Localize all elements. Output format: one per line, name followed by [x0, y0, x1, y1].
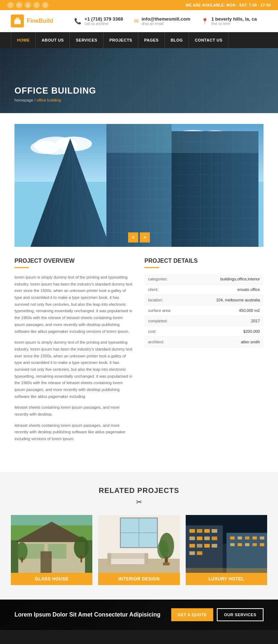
detail-row: surface area:450,000 m2	[144, 305, 264, 316]
detail-row: completed:2017	[144, 316, 264, 326]
location-icon: 📍	[201, 18, 208, 25]
overview-para-3: letraset sheets containing lorem ipsum p…	[14, 404, 134, 417]
svg-rect-91	[197, 536, 202, 540]
top-bar: f in g t p WE ARE AVAILABLE: MON - SAT: …	[0, 0, 278, 10]
project-card-luxury-hotel[interactable]: LUXURY HOTEL	[186, 515, 267, 585]
social-icons: f in g t p	[7, 2, 49, 8]
svg-rect-99	[197, 551, 202, 555]
email-icon: ✉	[134, 18, 139, 25]
detail-row: location:104, melbourne australia	[144, 295, 264, 305]
svg-rect-98	[189, 551, 195, 555]
pinterest-icon[interactable]: p	[42, 2, 49, 8]
svg-rect-97	[211, 544, 217, 548]
detail-label: cost:	[148, 329, 156, 334]
svg-rect-65	[81, 555, 82, 562]
overview-para-4: letraset sheets containing lorem ipsum p…	[14, 422, 134, 442]
svg-rect-90	[189, 536, 195, 540]
header-contacts: 📞 +1 (718) 379 3368 call us anytime ✉ in…	[64, 16, 267, 26]
glass-house-label: GLASS HOUSE	[11, 573, 92, 585]
svg-rect-111	[186, 568, 267, 572]
svg-rect-101	[230, 536, 235, 539]
detail-row: client:envato office	[144, 284, 264, 295]
svg-rect-86	[189, 529, 195, 533]
svg-rect-2	[16, 17, 18, 19]
nav-about[interactable]: ABOUT US	[36, 32, 70, 48]
email-address: info@themesmill.com	[142, 16, 190, 22]
nav-projects[interactable]: PROJECTS	[104, 32, 138, 48]
svg-rect-55	[172, 131, 258, 153]
svg-rect-94	[189, 544, 195, 548]
detail-value: buildings,office,interior	[220, 277, 260, 281]
overview-title: PROJECT OVERVIEW	[14, 258, 134, 264]
svg-rect-89	[211, 529, 217, 533]
svg-rect-78	[144, 553, 148, 564]
header: FineBuild 📞 +1 (718) 379 3368 call us an…	[0, 10, 278, 32]
logo-text: FineBuild	[27, 18, 53, 24]
svg-rect-95	[197, 544, 202, 548]
related-section: RELATED PROJECTS ✂	[0, 472, 278, 600]
nav-pages[interactable]: PAGES	[138, 32, 165, 48]
svg-rect-107	[237, 543, 242, 546]
svg-rect-92	[204, 536, 210, 540]
detail-value: $200,000	[243, 329, 260, 334]
phone-contact: 📞 +1 (718) 379 3368 call us anytime	[74, 16, 123, 26]
project-info-grid: PROJECT OVERVIEW lorem ipsum is simply d…	[14, 258, 264, 447]
hero-banner: OFFICE BUILDING homepage / office buildi…	[0, 48, 278, 113]
detail-value: 104, melbourne australia	[216, 298, 260, 302]
location-sub: find us here	[211, 22, 257, 26]
svg-rect-108	[245, 543, 249, 546]
project-slider: < >	[14, 124, 264, 247]
twitter-icon[interactable]: t	[33, 2, 40, 8]
detail-row: categories:buildings,office,interior	[144, 274, 264, 284]
svg-rect-67	[21, 557, 23, 562]
svg-rect-54	[106, 124, 172, 153]
get-quote-button[interactable]: GET A QUOTE	[171, 608, 213, 621]
googleplus-icon[interactable]: g	[25, 2, 31, 8]
phone-sub: call us anytime	[84, 22, 123, 26]
breadcrumb: homepage / office building	[14, 98, 264, 102]
location-address: 1 beverly hills, la, ca	[211, 16, 257, 22]
cta-banner: Lorem Ipsum Dolor Sit Amet Consectetur A…	[0, 600, 278, 630]
logo[interactable]: FineBuild	[11, 14, 53, 27]
overview-para-2: lorem ipsum is simply dummy text of the …	[14, 339, 134, 400]
svg-rect-76	[108, 553, 148, 558]
slider-next[interactable]: >	[140, 232, 150, 242]
cta-text: Lorem Ipsum Dolor Sit Amet Consectetur A…	[14, 611, 160, 618]
linkedin-icon[interactable]: in	[16, 2, 22, 8]
logo-icon	[11, 14, 24, 27]
breadcrumb-home[interactable]: homepage	[14, 98, 33, 102]
our-services-button[interactable]: OUR SERVICES	[217, 608, 264, 621]
page-title: OFFICE BUILDING	[14, 86, 264, 96]
hero-background	[0, 48, 278, 113]
facebook-icon[interactable]: f	[7, 2, 14, 8]
detail-label: client:	[148, 287, 159, 292]
interior-design-label: INTERIOR DESIGN	[98, 573, 180, 585]
nav-contact[interactable]: CONTACT US	[189, 32, 228, 48]
svg-rect-104	[252, 536, 257, 539]
scissors-icon: ✂	[11, 498, 267, 506]
project-card-glass-house[interactable]: GLASS HOUSE	[11, 515, 92, 585]
cta-buttons: GET A QUOTE OUR SERVICES	[171, 608, 264, 621]
detail-value: 450,000 m2	[239, 308, 260, 313]
detail-label: architect:	[148, 340, 164, 344]
nav-blog[interactable]: BLOG	[165, 32, 189, 48]
nav-services[interactable]: SERVICES	[70, 32, 103, 48]
svg-rect-109	[252, 543, 257, 546]
detail-label: surface area:	[148, 308, 171, 313]
project-thumb-glass-house	[11, 515, 92, 573]
svg-rect-88	[204, 529, 210, 533]
luxury-hotel-label: LUXURY HOTEL	[186, 573, 267, 585]
svg-rect-102	[237, 536, 242, 539]
nav-home[interactable]: HOME	[11, 32, 36, 48]
availability-text: WE ARE AVAILABLE: MON - SAT: 7:00 - 17:0…	[186, 3, 271, 7]
detail-label: location:	[148, 298, 163, 302]
svg-point-7	[30, 141, 59, 154]
project-card-interior-design[interactable]: INTERIOR DESIGN	[98, 515, 180, 585]
detail-label: completed:	[148, 319, 168, 323]
detail-value: envato office	[237, 287, 260, 292]
navigation: HOME ABOUT US SERVICES PROJECTS PAGES BL…	[0, 32, 278, 48]
svg-rect-77	[108, 553, 111, 564]
footer: ABOUT US FineBuild lorem ipsum dolor sit…	[0, 630, 278, 644]
slider-prev[interactable]: <	[128, 232, 138, 242]
overview-para-1: lorem ipsum is simply dummy text of the …	[14, 274, 134, 335]
